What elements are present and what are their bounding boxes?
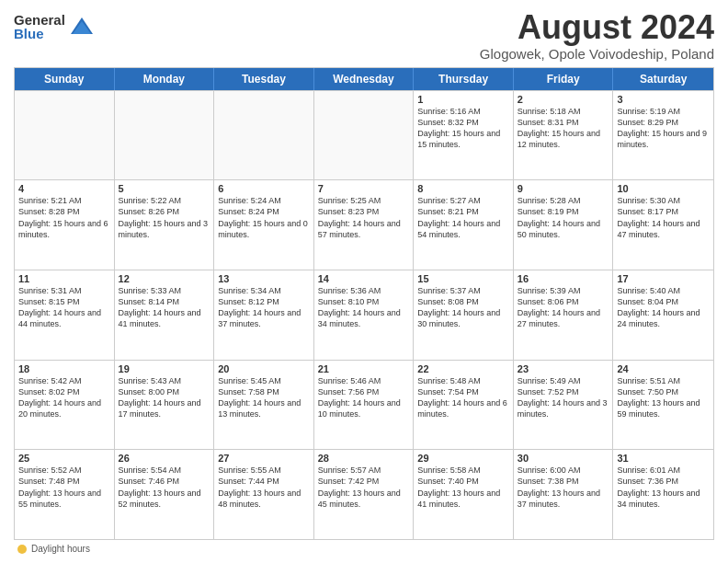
cell-content: Sunrise: 5:34 AM Sunset: 8:12 PM Dayligh… <box>218 285 310 330</box>
day-number: 9 <box>518 183 609 194</box>
day-cell-22: 22Sunrise: 5:48 AM Sunset: 7:54 PM Dayli… <box>414 361 514 450</box>
day-cell-27: 27Sunrise: 5:55 AM Sunset: 7:44 PM Dayli… <box>214 450 314 539</box>
header-day-thursday: Thursday <box>414 68 514 90</box>
header: General Blue August 2024 Glogowek, Opole… <box>14 9 714 62</box>
calendar-week-2: 4Sunrise: 5:21 AM Sunset: 8:28 PM Daylig… <box>15 179 713 270</box>
calendar-header: SundayMondayTuesdayWednesdayThursdayFrid… <box>15 68 713 90</box>
daylight-dot <box>17 545 27 554</box>
day-cell-12: 12Sunrise: 5:33 AM Sunset: 8:14 PM Dayli… <box>115 270 215 360</box>
day-number: 6 <box>218 183 310 194</box>
day-number: 5 <box>119 183 210 194</box>
cell-content: Sunrise: 5:39 AM Sunset: 8:06 PM Dayligh… <box>518 285 609 330</box>
day-number: 18 <box>18 363 110 374</box>
day-cell-19: 19Sunrise: 5:43 AM Sunset: 8:00 PM Dayli… <box>115 361 215 450</box>
page: General Blue August 2024 Glogowek, Opole… <box>0 0 728 563</box>
day-number: 20 <box>218 363 310 374</box>
calendar-week-5: 25Sunrise: 5:52 AM Sunset: 7:48 PM Dayli… <box>15 449 713 539</box>
day-cell-7: 7Sunrise: 5:25 AM Sunset: 8:23 PM Daylig… <box>314 180 415 270</box>
day-number: 10 <box>617 183 710 194</box>
day-cell-8: 8Sunrise: 5:27 AM Sunset: 8:21 PM Daylig… <box>414 180 514 270</box>
day-number: 29 <box>417 453 509 464</box>
day-cell-2: 2Sunrise: 5:18 AM Sunset: 8:31 PM Daylig… <box>514 91 614 180</box>
cell-content: Sunrise: 5:27 AM Sunset: 8:21 PM Dayligh… <box>417 195 509 240</box>
footer-text: Daylight hours <box>31 544 90 554</box>
cell-content: Sunrise: 5:36 AM Sunset: 8:10 PM Dayligh… <box>318 285 410 330</box>
logo-blue: Blue <box>14 27 65 40</box>
logo-general: General <box>14 13 65 27</box>
header-day-saturday: Saturday <box>613 68 713 90</box>
title-block: August 2024 Glogowek, Opole Voivodeship,… <box>480 9 714 62</box>
cell-content: Sunrise: 5:49 AM Sunset: 7:52 PM Dayligh… <box>518 375 609 420</box>
calendar-week-1: 1Sunrise: 5:16 AM Sunset: 8:32 PM Daylig… <box>15 90 713 180</box>
day-number: 26 <box>119 453 210 464</box>
day-number: 24 <box>617 363 710 374</box>
day-cell-26: 26Sunrise: 5:54 AM Sunset: 7:46 PM Dayli… <box>115 450 215 539</box>
month-title: August 2024 <box>480 9 714 46</box>
calendar-body: 1Sunrise: 5:16 AM Sunset: 8:32 PM Daylig… <box>15 90 713 539</box>
location-title: Glogowek, Opole Voivodeship, Poland <box>480 46 714 62</box>
cell-content: Sunrise: 5:54 AM Sunset: 7:46 PM Dayligh… <box>119 465 210 510</box>
cell-content: Sunrise: 5:48 AM Sunset: 7:54 PM Dayligh… <box>417 375 509 420</box>
cell-content: Sunrise: 5:51 AM Sunset: 7:50 PM Dayligh… <box>617 375 710 420</box>
logo-icon <box>69 14 95 40</box>
day-number: 11 <box>18 273 110 284</box>
cell-content: Sunrise: 5:16 AM Sunset: 8:32 PM Dayligh… <box>417 106 509 151</box>
day-cell-5: 5Sunrise: 5:22 AM Sunset: 8:26 PM Daylig… <box>115 180 215 270</box>
day-number: 1 <box>417 94 509 105</box>
cell-content: Sunrise: 5:18 AM Sunset: 8:31 PM Dayligh… <box>518 106 609 151</box>
cell-content: Sunrise: 5:25 AM Sunset: 8:23 PM Dayligh… <box>318 195 410 240</box>
calendar-week-3: 11Sunrise: 5:31 AM Sunset: 8:15 PM Dayli… <box>15 270 713 360</box>
day-cell-11: 11Sunrise: 5:31 AM Sunset: 8:15 PM Dayli… <box>15 270 115 360</box>
cell-content: Sunrise: 5:46 AM Sunset: 7:56 PM Dayligh… <box>318 375 410 420</box>
calendar: SundayMondayTuesdayWednesdayThursdayFrid… <box>14 67 714 540</box>
cell-content: Sunrise: 5:45 AM Sunset: 7:58 PM Dayligh… <box>218 375 310 420</box>
day-cell-20: 20Sunrise: 5:45 AM Sunset: 7:58 PM Dayli… <box>214 361 314 450</box>
day-number: 22 <box>417 363 509 374</box>
day-number: 23 <box>518 363 609 374</box>
cell-content: Sunrise: 5:33 AM Sunset: 8:14 PM Dayligh… <box>119 285 210 330</box>
day-cell-16: 16Sunrise: 5:39 AM Sunset: 8:06 PM Dayli… <box>514 270 614 360</box>
day-number: 27 <box>218 453 310 464</box>
day-cell-25: 25Sunrise: 5:52 AM Sunset: 7:48 PM Dayli… <box>15 450 115 539</box>
day-cell-4: 4Sunrise: 5:21 AM Sunset: 8:28 PM Daylig… <box>15 180 115 270</box>
cell-content: Sunrise: 5:37 AM Sunset: 8:08 PM Dayligh… <box>417 285 509 330</box>
day-cell-1: 1Sunrise: 5:16 AM Sunset: 8:32 PM Daylig… <box>414 91 514 180</box>
day-number: 21 <box>318 363 410 374</box>
cell-content: Sunrise: 5:42 AM Sunset: 8:02 PM Dayligh… <box>18 375 110 420</box>
day-cell-24: 24Sunrise: 5:51 AM Sunset: 7:50 PM Dayli… <box>613 361 713 450</box>
cell-content: Sunrise: 5:55 AM Sunset: 7:44 PM Dayligh… <box>218 465 310 510</box>
cell-content: Sunrise: 6:00 AM Sunset: 7:38 PM Dayligh… <box>518 465 609 510</box>
header-day-monday: Monday <box>115 68 215 90</box>
logo-text: General Blue <box>14 13 65 40</box>
day-cell-23: 23Sunrise: 5:49 AM Sunset: 7:52 PM Dayli… <box>514 361 614 450</box>
cell-content: Sunrise: 5:43 AM Sunset: 8:00 PM Dayligh… <box>119 375 210 420</box>
cell-content: Sunrise: 5:19 AM Sunset: 8:29 PM Dayligh… <box>617 106 710 151</box>
day-cell-9: 9Sunrise: 5:28 AM Sunset: 8:19 PM Daylig… <box>514 180 614 270</box>
day-cell-31: 31Sunrise: 6:01 AM Sunset: 7:36 PM Dayli… <box>613 450 713 539</box>
day-number: 7 <box>318 183 410 194</box>
empty-cell <box>15 91 115 180</box>
header-day-tuesday: Tuesday <box>214 68 314 90</box>
day-number: 28 <box>318 453 410 464</box>
header-day-sunday: Sunday <box>15 68 115 90</box>
cell-content: Sunrise: 5:24 AM Sunset: 8:24 PM Dayligh… <box>218 195 310 240</box>
day-cell-18: 18Sunrise: 5:42 AM Sunset: 8:02 PM Dayli… <box>15 361 115 450</box>
cell-content: Sunrise: 5:31 AM Sunset: 8:15 PM Dayligh… <box>18 285 110 330</box>
day-number: 17 <box>617 273 710 284</box>
header-day-friday: Friday <box>514 68 614 90</box>
cell-content: Sunrise: 5:22 AM Sunset: 8:26 PM Dayligh… <box>119 195 210 240</box>
day-cell-17: 17Sunrise: 5:40 AM Sunset: 8:04 PM Dayli… <box>613 270 713 360</box>
day-cell-15: 15Sunrise: 5:37 AM Sunset: 8:08 PM Dayli… <box>414 270 514 360</box>
footer-note: Daylight hours <box>14 544 714 554</box>
day-cell-28: 28Sunrise: 5:57 AM Sunset: 7:42 PM Dayli… <box>314 450 415 539</box>
day-number: 2 <box>518 94 609 105</box>
day-cell-3: 3Sunrise: 5:19 AM Sunset: 8:29 PM Daylig… <box>613 91 713 180</box>
day-number: 14 <box>318 273 410 284</box>
header-day-wednesday: Wednesday <box>314 68 415 90</box>
day-number: 19 <box>119 363 210 374</box>
day-cell-10: 10Sunrise: 5:30 AM Sunset: 8:17 PM Dayli… <box>613 180 713 270</box>
day-cell-14: 14Sunrise: 5:36 AM Sunset: 8:10 PM Dayli… <box>314 270 415 360</box>
empty-cell <box>314 91 415 180</box>
day-cell-30: 30Sunrise: 6:00 AM Sunset: 7:38 PM Dayli… <box>514 450 614 539</box>
cell-content: Sunrise: 6:01 AM Sunset: 7:36 PM Dayligh… <box>617 465 710 510</box>
